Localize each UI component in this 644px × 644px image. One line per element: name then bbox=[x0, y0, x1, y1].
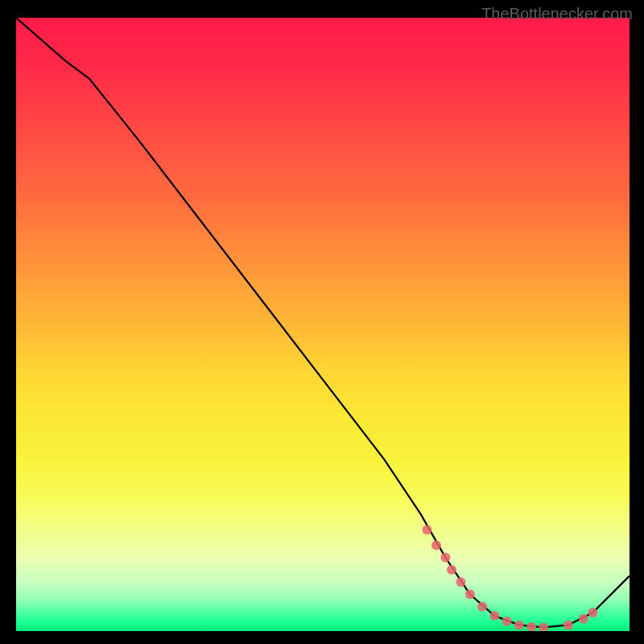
marker-dot bbox=[456, 577, 465, 587]
marker-dot bbox=[447, 565, 456, 575]
marker-dot bbox=[526, 622, 536, 631]
plot-area bbox=[16, 18, 630, 631]
marker-dot bbox=[564, 620, 573, 630]
curve-path bbox=[16, 18, 630, 627]
marker-dot bbox=[514, 620, 524, 630]
marker-dot bbox=[440, 553, 450, 563]
marker-group bbox=[423, 525, 598, 631]
marker-dot bbox=[502, 617, 512, 626]
marker-dot bbox=[539, 622, 548, 631]
marker-dot bbox=[477, 602, 487, 612]
marker-dot bbox=[465, 589, 475, 599]
marker-dot bbox=[588, 608, 597, 617]
marker-dot bbox=[579, 614, 588, 624]
chart-svg bbox=[16, 18, 630, 631]
marker-dot bbox=[489, 611, 499, 621]
watermark-text: TheBottlenecker.com bbox=[481, 5, 633, 23]
marker-dot bbox=[431, 540, 441, 550]
marker-dot bbox=[423, 525, 432, 535]
